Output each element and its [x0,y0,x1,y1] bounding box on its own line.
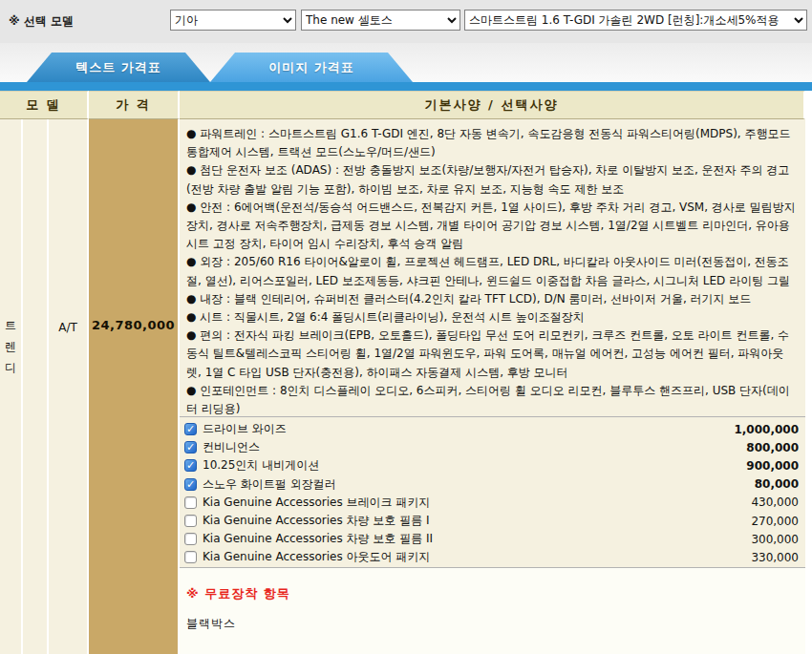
header-right-strip [805,91,812,119]
base-price: 24,780,000 [89,318,178,332]
free-item: 블랙박스 [186,616,799,632]
option-price: 800,000 [746,441,801,454]
option-price: 270,000 [751,515,801,528]
tab-underline-bar [0,82,812,91]
option-price: 300,000 [751,533,801,546]
table-body-row: 트렌디 A/T 24,780,000 ● 파워트레인 : 스마트스트림 G1.6… [0,119,812,654]
option-label: Kia Genuine Accessories 아웃도어 패키지 [203,549,430,565]
transmission-column: A/T [49,119,89,654]
option-row: Kia Genuine Accessories 차량 보호 필름 I270,00… [184,512,801,530]
base-spec-section: ● 파워트레인 : 스마트스트림 G1.6 T-GDI 엔진, 8단 자동 변속… [180,119,805,417]
tab-text-price-label: 텍스트 가격표 [75,59,161,76]
free-items-section: ※ 무료장착 항목 블랙박스 [180,568,805,654]
option-row: Kia Genuine Accessories 차량 보호 필름 II300,0… [184,530,801,548]
select-model-label: ※ 선택 모델 [9,13,74,30]
spec-item: ● 내장 : 블랙 인테리어, 슈퍼비전 클러스터(4.2인치 칼라 TFT L… [186,290,799,308]
model-select-bar: ※ 선택 모델 기아 The new 셀토스 스마트스트림 1.6 T-GDI … [0,0,812,43]
header-specs: 기본사양 / 선택사양 [180,91,805,119]
spec-content-column: ● 파워트레인 : 스마트스트림 G1.6 T-GDI 엔진, 8단 자동 변속… [180,119,805,654]
spec-item: ● 첨단 운전자 보조 (ADAS) : 전방 충돌방지 보조(차량/보행자/자… [186,161,799,198]
header-model: 모 델 [0,91,89,119]
option-row: Kia Genuine Accessories 브레이크 패키지430,000 [184,494,801,512]
free-items-title: ※ 무료장착 항목 [186,585,799,602]
option-checkbox-checked[interactable] [184,478,197,491]
option-price: 1,000,000 [734,423,801,436]
spec-item: ● 인포테인먼트 : 8인치 디스플레이 오디오, 6스피커, 스티어링 휠 오… [186,382,799,417]
option-label: Kia Genuine Accessories 차량 보호 필름 II [203,531,433,547]
trim-column: 트렌디 [0,119,23,654]
price-column: 24,780,000 [89,119,180,654]
brand-select[interactable]: 기아 [170,10,296,31]
transmission-label: A/T [49,321,87,334]
spec-item: ● 파워트레인 : 스마트스트림 G1.6 T-GDI 엔진, 8단 자동 변속… [186,125,799,161]
option-row: 컨비니언스800,000 [184,438,801,456]
option-checkbox-unchecked[interactable] [184,533,197,545]
price-table-page: ※ 선택 모델 기아 The new 셀토스 스마트스트림 1.6 T-GDI … [0,0,812,654]
option-row: 드라이브 와이즈1,000,000 [184,420,801,438]
spec-item: ● 안전 : 6에어백(운전석/동승석 어드밴스드, 전복감지 커튼, 1열 사… [186,199,799,254]
trim-name: 트렌디 [4,315,17,378]
option-price: 330,000 [751,551,801,564]
option-checkbox-checked[interactable] [184,441,197,454]
option-checkbox-unchecked[interactable] [184,515,197,527]
option-label: 컨비니언스 [203,439,260,455]
option-checkbox-checked[interactable] [184,423,197,435]
trim-select[interactable]: 스마트스트림 1.6 T-GDI 가솔린 2WD [런칭]:개소세5%적용 [464,10,807,31]
option-price: 430,000 [751,496,801,509]
option-row: 10.25인치 내비게이션900,000 [184,456,801,475]
option-label: 스노우 화이트펄 외장컬러 [203,476,336,493]
option-row: Kia Genuine Accessories 아웃도어 패키지330,000 [184,548,801,566]
spec-item: ● 외장 : 205/60 R16 타이어&알로이 휠, 프로젝션 헤드램프, … [186,253,799,289]
option-checkbox-checked[interactable] [184,459,197,472]
model-spacer-column [23,119,49,654]
option-price: 900,000 [746,459,801,473]
header-price: 가 격 [89,91,180,119]
option-label: Kia Genuine Accessories 차량 보호 필름 I [203,513,430,529]
table-header-row: 모 델 가 격 기본사양 / 선택사양 [0,91,812,119]
tabstrip: 텍스트 가격표 이미지 가격표 [0,43,812,82]
tab-text-price[interactable]: 텍스트 가격표 [27,53,210,82]
options-section: 드라이브 와이즈1,000,000컨비니언스800,00010.25인치 내비게… [180,417,805,568]
option-label: 10.25인치 내비게이션 [203,457,319,474]
option-label: Kia Genuine Accessories 브레이크 패키지 [203,495,430,511]
option-checkbox-unchecked[interactable] [184,496,197,509]
tab-image-price[interactable]: 이미지 가격표 [210,53,413,82]
option-checkbox-unchecked[interactable] [184,551,197,563]
spec-item: ● 시트 : 직물시트, 2열 6:4 폴딩시트(리클라이닝), 운전석 시트 … [186,308,799,327]
body-right-strip [805,119,812,654]
option-price: 80,000 [755,477,801,491]
model-select[interactable]: The new 셀토스 [301,10,460,31]
option-row: 스노우 화이트펄 외장컬러80,000 [184,475,801,494]
spec-item: ● 편의 : 전자식 파킹 브레이크(EPB, 오토홀드), 폴딩타입 무선 도… [186,327,799,382]
tab-image-price-label: 이미지 가격표 [268,59,354,76]
option-label: 드라이브 와이즈 [203,421,287,437]
